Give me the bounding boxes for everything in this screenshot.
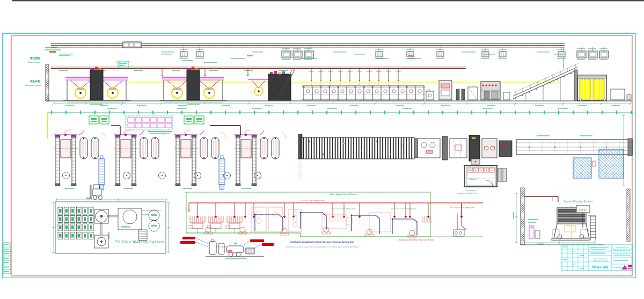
titleblock-doc-no: WJ250-2500-2-P [616, 246, 628, 249]
section-label-equipment-layout: 设备布置 [30, 79, 40, 83]
mill-roll-stand [63, 67, 130, 105]
elevation-view [46, 42, 632, 109]
control-room [463, 159, 507, 187]
section-sublabel-steam-supply: Steam Supply [28, 61, 41, 63]
margin-annotations [45, 47, 73, 56]
preheater-run [302, 86, 430, 100]
single-facer [248, 70, 295, 100]
control-room-label: Control Room [466, 189, 477, 192]
elevation-dimensions [53, 103, 632, 109]
glue-machine-plan [418, 135, 512, 161]
steam-piping-diagram [180, 192, 483, 259]
mill-roll-stand [160, 67, 226, 105]
plan-view [47, 111, 633, 189]
steam-diagram-note: Total Steam Consumption is about 4t/h, M… [286, 246, 358, 248]
dry-end-machines [426, 81, 510, 100]
speed-display-title: Speed Display Screen [564, 200, 592, 203]
bridge-storage-plan [301, 137, 418, 159]
speed-display-value: 888 [579, 208, 587, 212]
steam-supply-label-right: Steam Consumption 800kg/h (Max) [450, 207, 475, 209]
titleblock-code: TB.DA.VER [592, 266, 608, 269]
roll-stand-plan [114, 130, 165, 186]
linework-layer [3, 0, 644, 278]
revision-strip [3, 243, 11, 274]
condensate-pipe-label: Condensated Water Main Pipe Lower Bracke… [398, 239, 434, 241]
condensate-system-title: Intelligent Condensate Water Recovery En… [290, 241, 354, 243]
roll-stand-plan [174, 130, 225, 186]
titleblock-model: WJ250-2500-V6R [593, 258, 606, 260]
steam-branch-label-1: Steam Consumption 400kg/h (Max) [331, 208, 356, 210]
control-panel-zone [126, 116, 173, 134]
cad-drawing-screenshot: 蒸汽管路 Steam Supply 设备布置 Equipment Layout … [0, 0, 644, 299]
roll-stand-plan [234, 130, 286, 186]
steam-supply-label-left: Steam Consumption 600kg/h (Max) [301, 200, 325, 202]
control-room-sublabel: Air Bottles for Conveyor Control [457, 193, 478, 194]
stacker [574, 70, 631, 101]
speed-display-detail [513, 188, 630, 245]
steam-branch-label-2: Steam Consumption 400kg/h (Max) [391, 208, 416, 210]
titleblock-drawing-name: 瓦楞纸板生产线平面布置图 [592, 260, 608, 262]
section-sublabel-equipment-layout: Equipment Layout [25, 84, 42, 86]
titleblock-company: 广东华联机械科技有限公司 [612, 266, 629, 268]
glue-system-title: T5 Glue Making System [114, 240, 165, 244]
steam-diagram-title: Main Supply Pipe of Steam [330, 193, 357, 195]
roll-stand-plan [54, 130, 105, 186]
section-label-steam-supply: 蒸汽管路 [30, 56, 40, 60]
drawing-canvas: 蒸汽管路 Steam Supply 设备布置 Equipment Layout … [0, 0, 644, 299]
condensate-recovery-unit [180, 237, 274, 259]
control-room-code: TRE0912 [468, 178, 477, 180]
